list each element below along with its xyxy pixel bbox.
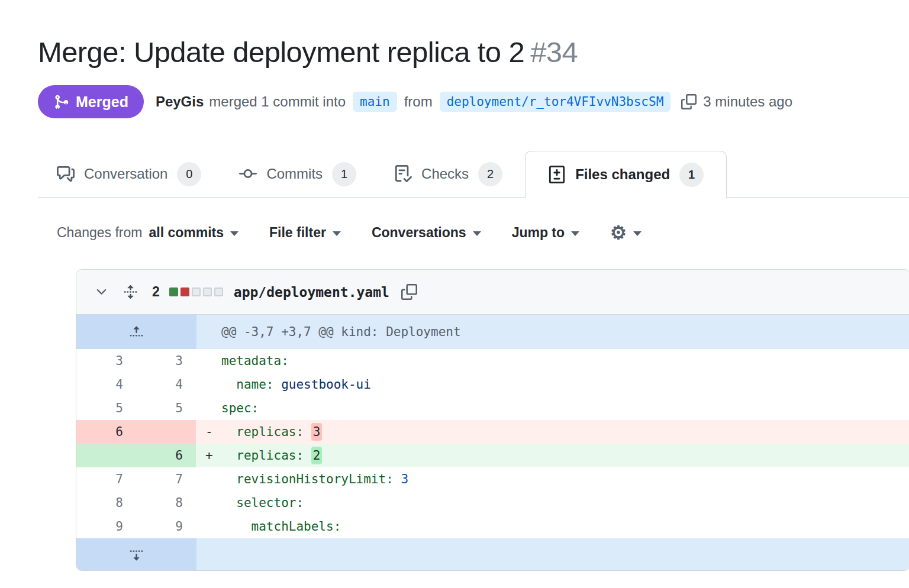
code-line: + replicas: 2 <box>196 444 909 467</box>
tab-label: Commits <box>266 166 323 182</box>
tab-counter: 1 <box>332 162 356 186</box>
code-segment: guestbook-ui <box>281 377 371 392</box>
head-branch-label[interactable]: deployment/r_tor4VFIvvN3bscSM <box>440 92 671 112</box>
old-line-number[interactable]: 4 <box>76 373 136 396</box>
expand-bottom-row <box>76 538 909 570</box>
file-name-link[interactable]: app/deployment.yaml <box>234 285 389 300</box>
pr-tab-nav: Conversation 0 Commits 1 Checks 2 Files … <box>38 151 909 198</box>
code-segment: 3 <box>401 472 408 486</box>
code-segment: 2 <box>311 447 323 464</box>
old-line-number[interactable]: 9 <box>76 515 136 538</box>
conversations-label: Conversations <box>372 225 466 241</box>
expand-down-button[interactable] <box>76 538 196 570</box>
diff-row-context: 77 revisionHistoryLimit: 3 <box>76 467 909 491</box>
changes-from-dropdown[interactable]: Changes from all commits <box>57 225 238 241</box>
copy-icon <box>681 94 697 109</box>
pr-meta-row: Merged PeyGis merged 1 commit into main … <box>38 85 909 118</box>
code-segment: metadata: <box>221 354 289 368</box>
code-segment <box>221 472 236 486</box>
fold-down-icon <box>129 547 144 562</box>
collapse-file-button[interactable] <box>94 285 109 299</box>
chevron-down-icon <box>333 231 341 236</box>
new-line-number[interactable] <box>136 420 196 444</box>
jump-to-dropdown[interactable]: Jump to <box>512 225 579 241</box>
old-line-number[interactable]: 6 <box>76 420 136 444</box>
jump-to-label: Jump to <box>512 225 565 241</box>
git-merge-icon <box>53 94 69 110</box>
code-segment: replicas: <box>236 425 304 439</box>
tab-commits[interactable]: Commits 1 <box>239 151 356 197</box>
byline-action: merged 1 commit into <box>209 93 346 110</box>
pr-number: #34 <box>530 36 578 68</box>
old-line-number[interactable] <box>76 444 136 467</box>
tab-files-changed[interactable]: Files changed 1 <box>525 151 727 198</box>
old-line-number[interactable]: 3 <box>76 349 136 373</box>
diff-sign <box>205 515 221 538</box>
merged-status-badge: Merged <box>38 85 144 118</box>
file-diff-card: 2 app/deployment.yaml @@ -3,7 +3,7 @@ ki… <box>76 269 909 571</box>
diff-row-context: 44 name: guestbook-ui <box>76 373 909 396</box>
chevron-down-icon <box>571 231 579 236</box>
tab-conversation[interactable]: Conversation 0 <box>57 151 201 197</box>
diff-row-del: 6- replicas: 3 <box>76 420 909 444</box>
conversations-dropdown[interactable]: Conversations <box>372 225 481 241</box>
new-line-number[interactable]: 3 <box>136 349 196 373</box>
code-segment <box>304 425 311 439</box>
old-line-number[interactable]: 8 <box>76 491 136 515</box>
diff-sign <box>205 467 221 491</box>
copy-icon <box>401 284 417 300</box>
file-filter-dropdown[interactable]: File filter <box>269 225 341 241</box>
base-branch-label[interactable]: main <box>353 92 397 112</box>
pr-page: Merge: Update deployment replica to 2#34… <box>0 35 909 571</box>
expand-up-button[interactable] <box>76 315 196 349</box>
code-segment <box>304 448 311 463</box>
code-line: matchLabels: <box>196 515 909 538</box>
old-line-number[interactable]: 7 <box>76 467 136 491</box>
diff-settings-dropdown[interactable]: ⚙ <box>610 224 642 242</box>
changes-from-value: all commits <box>149 225 224 241</box>
new-line-number[interactable]: 4 <box>136 373 196 396</box>
new-line-number[interactable]: 8 <box>136 491 196 515</box>
file-header: 2 app/deployment.yaml <box>76 270 909 315</box>
author-link[interactable]: PeyGis <box>156 93 204 110</box>
tab-counter: 2 <box>478 162 502 186</box>
diffstat-square-removed <box>180 287 189 296</box>
hunk-header-text: @@ -3,7 +3,7 @@ kind: Deployment <box>196 315 909 349</box>
code-segment <box>394 472 401 486</box>
diff-sign: - <box>205 420 221 444</box>
copy-file-path-button[interactable] <box>401 284 417 300</box>
fold-up-icon <box>129 325 144 340</box>
diff-body: @@ -3,7 +3,7 @@ kind: Deployment 33 meta… <box>76 315 909 570</box>
diff-sign <box>205 373 221 396</box>
code-segment <box>221 519 252 534</box>
code-segment <box>221 425 236 439</box>
diff-row-context: 55 spec: <box>76 396 909 420</box>
code-line: name: guestbook-ui <box>196 373 909 396</box>
chevron-down-icon <box>633 231 642 236</box>
new-line-number[interactable]: 6 <box>136 444 196 467</box>
old-line-number[interactable]: 5 <box>76 396 136 420</box>
code-segment: 3 <box>311 423 323 441</box>
new-line-number[interactable]: 7 <box>136 467 196 491</box>
code-line: revisionHistoryLimit: 3 <box>196 467 909 491</box>
code-segment: name: <box>236 377 273 392</box>
expand-all-button[interactable] <box>123 285 138 299</box>
tab-label: Checks <box>421 166 469 182</box>
gear-icon: ⚙ <box>610 224 627 242</box>
code-segment: selector: <box>236 496 304 510</box>
copy-branch-button[interactable] <box>681 94 697 109</box>
pr-byline: PeyGis merged 1 commit into main from de… <box>156 92 792 112</box>
new-line-number[interactable]: 5 <box>136 396 196 420</box>
code-segment <box>274 377 282 392</box>
diff-row-add: 6+ replicas: 2 <box>76 444 909 467</box>
hunk-header-row: @@ -3,7 +3,7 @@ kind: Deployment <box>76 315 909 349</box>
diffstat-square-unchanged <box>203 287 212 296</box>
code-line: selector: <box>196 491 909 515</box>
code-segment <box>221 377 236 392</box>
diffstat <box>169 287 223 296</box>
tab-checks[interactable]: Checks 2 <box>394 151 502 197</box>
new-line-number[interactable]: 9 <box>136 515 196 538</box>
chevron-down-icon <box>230 231 238 236</box>
unfold-icon <box>123 285 138 299</box>
diff-toolbar: Changes from all commits File filter Con… <box>38 224 909 242</box>
